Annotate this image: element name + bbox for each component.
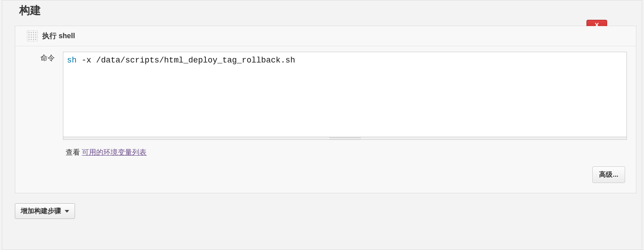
command-label: 命令	[24, 52, 55, 63]
command-args: -x /data/scripts/html_deploy_tag_rollbac…	[81, 56, 295, 65]
build-section: 构建 X ? 执行 shell 命令	[2, 0, 642, 250]
env-help-row: 查看 可用的环境变量列表	[63, 140, 627, 157]
add-step-label: 增加构建步骤	[21, 207, 61, 215]
command-row: 命令 sh -x /data/scripts/html_deploy_tag_r…	[24, 52, 627, 157]
drag-handle-icon[interactable]	[27, 31, 38, 41]
step-header: 执行 shell	[15, 26, 636, 46]
build-step-panel: X ? 执行 shell 命令 sh -x /data/	[15, 26, 636, 193]
env-variables-link[interactable]: 可用的环境变量列表	[82, 148, 147, 156]
caret-down-icon	[65, 210, 69, 213]
advanced-button[interactable]: 高级...	[592, 166, 625, 183]
step-body: 命令 sh -x /data/scripts/html_deploy_tag_r…	[15, 46, 636, 193]
command-textarea[interactable]: sh -x /data/scripts/html_deploy_tag_roll…	[63, 52, 627, 137]
textarea-resize-handle[interactable]	[63, 137, 627, 140]
step-title: 执行 shell	[42, 31, 75, 41]
add-build-step-button[interactable]: 增加构建步骤	[15, 203, 75, 219]
section-title: 构建	[2, 0, 642, 26]
view-label: 查看	[66, 148, 82, 156]
